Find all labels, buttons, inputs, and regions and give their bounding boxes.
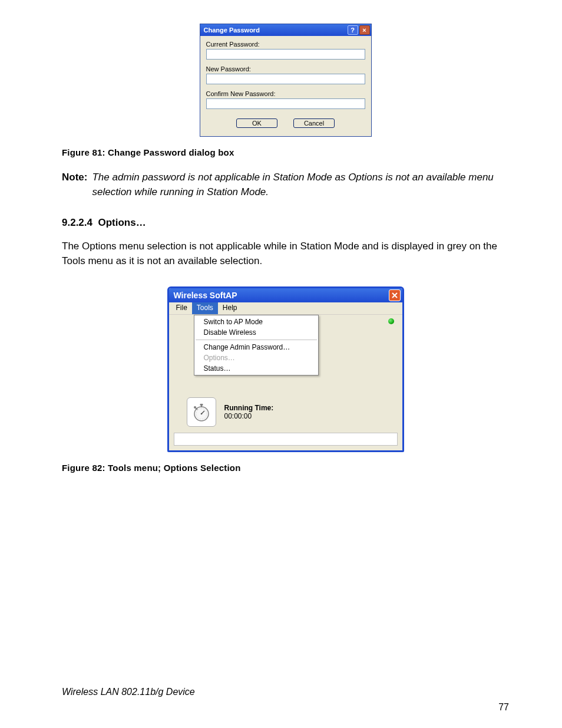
menu-separator [196,340,317,340]
figure-82-caption: Figure 82: Tools menu; Options Selection [62,463,509,473]
running-time-value: 00:00:00 [224,412,274,420]
confirm-password-label: Confirm New Password: [206,90,365,97]
running-time-block: Running Time: 00:00:00 [187,397,274,427]
new-password-input[interactable] [206,74,365,84]
wireless-softap-window: Wireless SoftAP File Tools Help Switch t… [167,286,404,452]
change-password-dialog: Change Password ? × Current Password: Ne… [200,24,372,137]
menu-disable-wireless[interactable]: Disable Wireless [194,327,318,338]
menu-file[interactable]: File [171,302,192,314]
menu-status[interactable]: Status… [194,363,318,374]
note-text: The admin password is not applicable in … [92,170,509,199]
menu-options-disabled: Options… [194,353,318,363]
stopwatch-icon [187,397,216,427]
body-paragraph: The Options menu selection is not applic… [62,239,509,268]
current-password-label: Current Password: [206,41,365,48]
menubar: File Tools Help [169,302,402,315]
section-heading: 9.2.2.4 Options… [62,217,509,229]
svg-point-7 [200,413,202,414]
dialog-titlebar: Change Password ? × [200,24,371,36]
tools-dropdown: Switch to AP Mode Disable Wireless Chang… [194,315,319,375]
status-bar [174,433,398,446]
dialog-title: Change Password [204,27,260,34]
section-number: 9.2.2.4 [62,217,92,228]
menu-tools[interactable]: Tools [192,302,218,314]
current-password-input[interactable] [206,49,365,60]
figure-81-caption: Figure 81: Change Password dialog box [62,147,509,157]
section-title: Options… [98,217,146,228]
menu-help[interactable]: Help [218,302,242,314]
confirm-password-input[interactable] [206,98,365,109]
close-icon[interactable] [389,289,401,301]
footer-text: Wireless LAN 802.11b/g Device [62,687,195,697]
cancel-button[interactable]: Cancel [293,118,335,128]
help-icon[interactable]: ? [348,25,358,35]
svg-point-5 [194,406,196,409]
note-label: Note: [62,170,87,199]
menu-change-admin-password[interactable]: Change Admin Password… [194,342,318,353]
new-password-label: New Password: [206,65,365,73]
page-number: 77 [498,702,509,713]
ok-button[interactable]: OK [236,118,277,128]
window-title: Wireless SoftAP [174,291,237,300]
close-icon[interactable]: × [359,25,370,35]
status-led-icon [388,318,394,324]
menu-switch-ap-mode[interactable]: Switch to AP Mode [194,317,318,327]
window-titlebar: Wireless SoftAP [169,288,402,302]
svg-rect-2 [200,404,203,406]
note: Note: The admin password is not applicab… [62,170,509,199]
running-time-label: Running Time: [224,404,274,412]
